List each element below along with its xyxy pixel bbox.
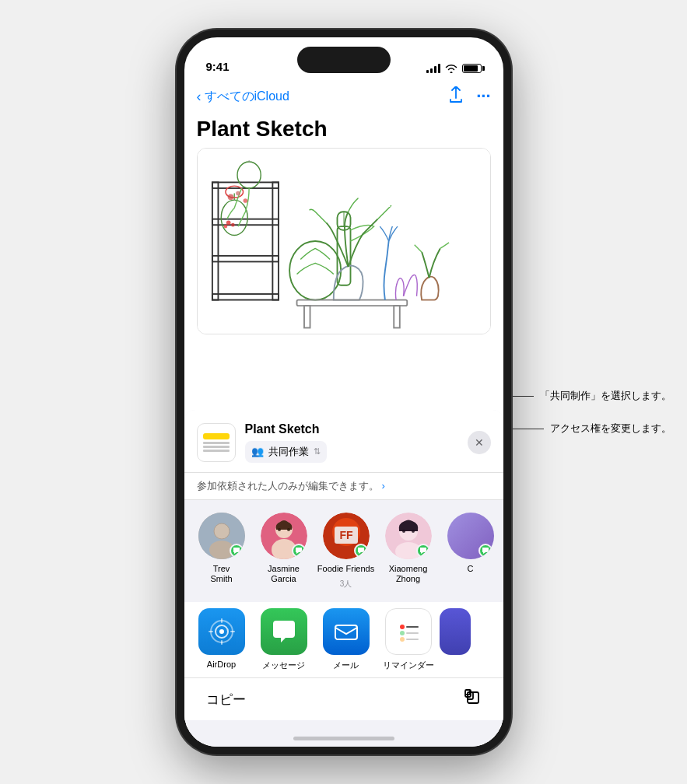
bottom-toolbar: コピー (184, 677, 503, 720)
svg-text:FF: FF (339, 529, 353, 541)
nav-actions: ··· (448, 86, 490, 107)
avatar-foodie: FF (323, 513, 370, 559)
back-chevron-icon: ‹ (197, 89, 202, 105)
svg-point-22 (223, 225, 227, 229)
annotation-text-2: アクセス権を変更します。 (550, 422, 671, 436)
main-content: ‹ すべてのiCloud ··· Plant Sketch (184, 79, 503, 747)
svg-point-21 (226, 221, 230, 226)
contact-sub-foodie: 3人 (340, 579, 352, 590)
collab-label: 共同作業 (268, 445, 309, 459)
chevron-up-down-icon: ⇅ (314, 446, 321, 457)
page-title: Plant Sketch (184, 114, 503, 148)
copy-button[interactable]: コピー (206, 691, 246, 709)
contact-xiaomeng[interactable]: XiaomengZhong (377, 513, 440, 590)
svg-point-23 (230, 223, 234, 227)
app-label-airdrop: AirDrop (207, 660, 236, 669)
contact-name-foodie: Foodie Friends (317, 564, 374, 574)
contact-name-xiaomeng: XiaomengZhong (389, 564, 428, 584)
back-button[interactable]: ‹ すべてのiCloud (197, 89, 289, 105)
annotation-text-1: 「共同制作」を選択します。 (540, 389, 671, 403)
access-chevron: › (382, 480, 385, 492)
airdrop-icon (198, 608, 245, 655)
phone-wrapper: 「共同制作」を選択します。 アクセス権を変更します。 9:41 (0, 0, 687, 784)
access-row[interactable]: 参加依頼された人のみが編集できます。 › (184, 473, 503, 500)
svg-point-32 (287, 528, 290, 531)
wifi-icon (445, 64, 457, 73)
close-icon: ✕ (475, 436, 484, 449)
reminders-icon (385, 608, 432, 655)
message-badge-trev (230, 544, 244, 558)
apps-row: AirDrop メッセージ (184, 602, 503, 677)
annotation-1: 「共同制作」を選択します。 (485, 389, 671, 403)
back-label: すべてのiCloud (205, 89, 289, 105)
annotation-2: アクセス権を変更します。 (485, 422, 671, 436)
app-reminders[interactable]: リマインダー (377, 608, 440, 671)
phone-frame: 9:41 (177, 30, 511, 754)
svg-point-31 (278, 528, 281, 531)
svg-point-50 (400, 637, 405, 642)
contact-extra[interactable]: C (440, 513, 502, 590)
svg-point-41 (412, 530, 415, 533)
avatar-jasmine (261, 513, 307, 559)
app-mail[interactable]: メール (315, 608, 377, 671)
signal-icon (426, 64, 440, 73)
svg-point-19 (236, 191, 240, 196)
share-more-icon[interactable] (463, 688, 482, 711)
home-indicator (293, 737, 394, 740)
messages-icon (261, 608, 307, 655)
app-label-messages: メッセージ (262, 660, 305, 671)
contacts-row: TrevSmith (184, 500, 503, 596)
document-icon (197, 423, 236, 462)
collab-people-icon: 👥 (251, 446, 264, 457)
message-badge-jasmine (292, 544, 306, 558)
contact-foodie[interactable]: FF Foodie Friends 3人 (315, 513, 377, 590)
message-badge-extra (478, 544, 492, 558)
svg-point-46 (400, 625, 405, 629)
mail-icon (323, 608, 370, 655)
svg-point-48 (400, 631, 405, 635)
app-airdrop[interactable]: AirDrop (191, 608, 253, 671)
message-badge-foodie (354, 544, 368, 558)
close-button[interactable]: ✕ (468, 431, 491, 454)
nav-bar: ‹ すべてのiCloud ··· (184, 79, 503, 114)
app-label-mail: メール (333, 660, 359, 671)
contact-name-jasmine: JasmineGarcia (268, 564, 300, 584)
svg-rect-45 (335, 625, 357, 639)
svg-point-18 (227, 194, 233, 201)
svg-point-44 (219, 629, 224, 634)
status-icons (426, 64, 482, 73)
share-header: Plant Sketch 👥 共同作業 ⇅ ✕ (184, 410, 503, 473)
svg-point-20 (243, 198, 247, 203)
app-label-reminders: リマインダー (383, 660, 434, 671)
annotations: 「共同制作」を選択します。 アクセス権を変更します。 (485, 389, 671, 436)
more-icon[interactable]: ··· (476, 86, 490, 107)
message-badge-xiaomeng (416, 544, 430, 558)
contact-name-extra: C (468, 564, 474, 574)
svg-point-40 (402, 530, 405, 533)
contact-trev[interactable]: TrevSmith (191, 513, 253, 590)
share-title-area: Plant Sketch 👥 共同作業 ⇅ (245, 422, 468, 463)
svg-rect-0 (198, 153, 490, 330)
sketch-area (197, 148, 491, 334)
avatar-extra (447, 513, 494, 559)
contact-jasmine[interactable]: JasmineGarcia (253, 513, 315, 590)
share-sheet: Plant Sketch 👥 共同作業 ⇅ ✕ 参加依頼された人のみが編集できま… (184, 410, 503, 747)
battery-icon (462, 64, 482, 73)
dynamic-island (297, 47, 391, 73)
app-extra[interactable] (440, 608, 471, 671)
avatar-trev (198, 513, 245, 559)
share-filename: Plant Sketch (245, 422, 468, 436)
contact-name-trev: TrevSmith (210, 564, 232, 584)
collab-selector[interactable]: 👥 共同作業 ⇅ (245, 441, 327, 463)
app-messages[interactable]: メッセージ (253, 608, 315, 671)
extra-app-icon (440, 608, 471, 655)
share-icon[interactable] (448, 86, 464, 107)
status-time: 9:41 (206, 60, 230, 73)
access-label: 参加依頼された人のみが編集できます。 (197, 479, 379, 493)
avatar-xiaomeng (385, 513, 432, 559)
